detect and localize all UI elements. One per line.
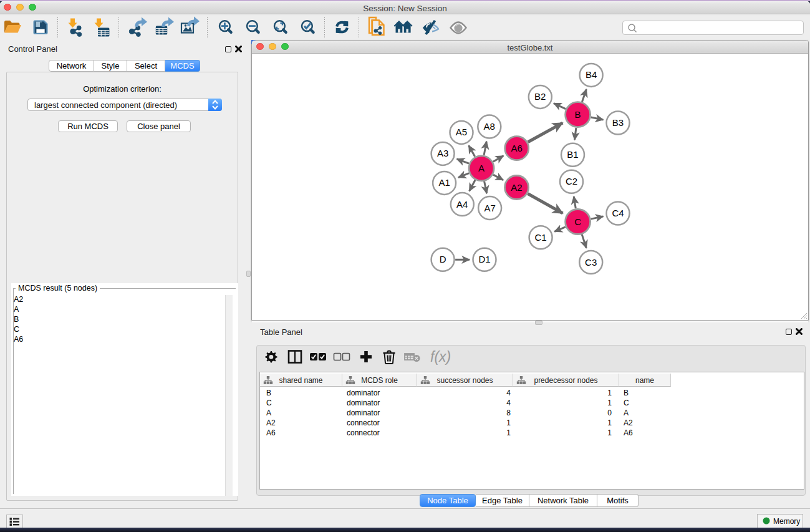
svg-text:B: B <box>575 109 581 120</box>
svg-text:C1: C1 <box>535 232 547 243</box>
svg-text:A5: A5 <box>456 127 467 137</box>
svg-text:B3: B3 <box>612 117 624 128</box>
svg-text:A3: A3 <box>437 148 448 158</box>
svg-text:A8: A8 <box>484 121 495 132</box>
svg-text:A6: A6 <box>511 143 523 153</box>
svg-text:C3: C3 <box>585 257 597 268</box>
svg-text:D1: D1 <box>478 254 490 264</box>
svg-text:f(x): f(x) <box>430 349 451 365</box>
svg-text:B2: B2 <box>534 91 546 102</box>
svg-text:A1: A1 <box>438 177 450 188</box>
svg-text:D: D <box>440 254 446 264</box>
svg-text:C2: C2 <box>566 176 577 186</box>
svg-text:A: A <box>478 163 485 173</box>
svg-text:A4: A4 <box>456 199 468 210</box>
svg-text:A2: A2 <box>511 182 522 193</box>
svg-text:B4: B4 <box>586 69 597 80</box>
svg-text:B1: B1 <box>567 149 578 160</box>
svg-text:C: C <box>574 216 581 227</box>
svg-text:C4: C4 <box>612 208 624 218</box>
svg-text:A7: A7 <box>484 203 495 213</box>
